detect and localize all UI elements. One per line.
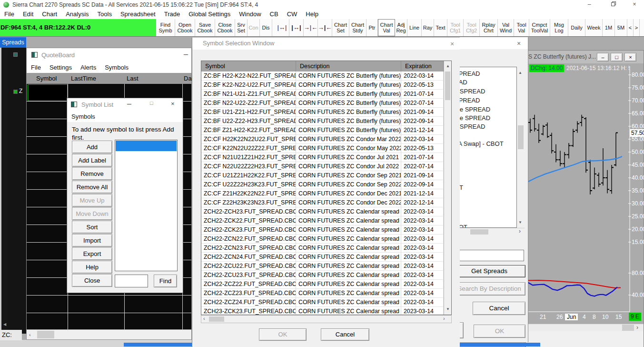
open-chartbook-button[interactable]: OpenCbook	[175, 19, 195, 36]
table-row[interactable]: ZCH22-ZCK22.FUT_SPREAD.CBOTCORN FUTURES …	[201, 216, 444, 225]
table-cell[interactable]: CORN FUTURES ZC Condor Mar 2022	[296, 135, 401, 144]
scroll-left-icon[interactable]: ‹	[203, 316, 205, 321]
table-cell[interactable]: ZCH22-ZCN22.FUT_SPREAD.CBOT	[201, 235, 296, 244]
chart-scroll-right-icon[interactable]: ›	[636, 324, 638, 331]
table-cell[interactable]: 2022-03-14	[401, 262, 444, 271]
remove-all-button[interactable]: Remove All	[72, 181, 112, 194]
table-cell[interactable]: CORN FUTURES ZC Butterfly (futures)	[296, 90, 401, 99]
table-cell[interactable]: 2022-07-14	[401, 162, 444, 171]
table-cell[interactable]: ZC:BF N22-U22-Z22.FUT_SPREAD.CBO	[201, 99, 296, 108]
menu-symbols[interactable]: Symbols	[67, 113, 99, 120]
menu-spreadsheet[interactable]: Spreadsheet	[116, 10, 160, 19]
symbol-list-maximize-icon[interactable]: □	[150, 100, 153, 106]
add-label-button[interactable]: Add Label	[72, 154, 112, 167]
ray-tool-button[interactable]: Ray	[422, 19, 434, 36]
table-cell[interactable]: CORN FUTURES ZC Butterfly (futures)	[296, 99, 401, 108]
table-cell[interactable]: ZC:CF H22K22N22U22.FUT_SPREAD.C	[201, 135, 296, 144]
table-row[interactable]: ZC:BF Z21-H22-K22.FUT_SPREAD.CBOCORN FUT…	[201, 126, 444, 135]
table-cell[interactable]: ZC:CF Z22H23K23N23.FUT_SPREAD.C	[201, 198, 296, 207]
scroll-up-icon[interactable]: ▲	[446, 64, 450, 68]
minimize-button[interactable]: –	[580, 0, 599, 10]
table-cell[interactable]: CORN FUTURES ZC Condor Sep 2021	[296, 171, 401, 180]
bar-spacing-decrease-icon[interactable]: |↔|	[289, 19, 304, 36]
table-cell[interactable]: 2022-09-14	[401, 180, 444, 189]
scroll-right-icon[interactable]: ›	[519, 228, 521, 235]
table-cell[interactable]: ZC:BF N21-U21-Z21.FUT_SPREAD.CBO	[201, 90, 296, 99]
table-cell[interactable]: 2022-05-13	[401, 144, 444, 153]
tool-values-button[interactable]: ToolVal	[514, 19, 529, 36]
table-row[interactable]: ZCH22-ZCU22.FUT_SPREAD.CBOTCORN FUTURES …	[201, 262, 444, 271]
table-cell[interactable]: CORN FUTURES ZC Calendar spread N	[296, 262, 401, 271]
table-cell[interactable]: 2022-03-14	[401, 244, 444, 253]
line-tool-button[interactable]: Line	[407, 19, 422, 36]
table-cell[interactable]: CORN FUTURES ZC Condor May 2022	[296, 144, 401, 153]
replay-chart-button[interactable]: RplayChrt	[480, 19, 498, 36]
table-cell[interactable]: 2022-03-14	[401, 253, 444, 262]
next-chart-button[interactable]: >	[634, 19, 640, 36]
table-cell[interactable]: ZC:CF K22N22U22Z22.FUT_SPREAD.CI	[201, 144, 296, 153]
chart-study-button[interactable]: ChartStdy	[349, 19, 367, 36]
quoteboard-menu-symbols[interactable]: Symbols	[100, 62, 133, 73]
symbol-list-minimize-icon[interactable]: –	[127, 100, 131, 108]
listbox-selected-row[interactable]	[116, 141, 177, 151]
table-row[interactable]: ZCH22-ZCN22.FUT_SPREAD.CBOTCORN FUTURES …	[201, 235, 444, 244]
table-cell[interactable]: ZC:BF K22-N22-U22.FUT_SPREAD.CBO	[201, 81, 296, 90]
table-cell[interactable]: 2021-09-14	[401, 171, 444, 180]
column-header-expiration[interactable]: Expiration	[401, 61, 444, 71]
table-cell[interactable]: ZCH22-ZCZ22.FUT_SPREAD.CBOT	[201, 280, 296, 289]
table-cell[interactable]: 2022-07-14	[401, 99, 444, 108]
table-cell[interactable]: 2021-12-14	[401, 126, 444, 135]
table-row[interactable]: ZC:CF U22Z22H23K23.FUT_SPREAD.CICORN FUT…	[201, 180, 444, 189]
quoteboard-menu-alerts[interactable]: Alerts	[76, 62, 100, 73]
table-cell[interactable]: ZC:CF Z21H22K22N22.FUT_SPREAD.C	[201, 189, 296, 198]
table-cell[interactable]: 2022-03-14	[401, 216, 444, 225]
table-row[interactable]: ZC:BF K22-N22-U22.FUT_SPREAD.CBOCORN FUT…	[201, 81, 444, 90]
table-row[interactable]: ZC:CF U21Z21H22K22.FUT_SPREAD.CICORN FUT…	[201, 171, 444, 180]
menu-chart[interactable]: Chart	[38, 10, 61, 19]
quoteboard-menu-settings[interactable]: Settings	[45, 62, 76, 73]
table-cell[interactable]: 2022-12-14	[401, 198, 444, 207]
table-cell[interactable]: 2022-03-14	[401, 71, 444, 81]
pointer-button[interactable]: Ptr	[367, 19, 378, 36]
spread-symbol-input[interactable]	[453, 250, 524, 261]
menu-cw[interactable]: CW	[283, 10, 302, 19]
scroll-down-icon[interactable]: ▼	[518, 220, 522, 225]
table-cell[interactable]: CORN FUTURES ZC Butterfly (futures)	[296, 71, 401, 81]
table-cell[interactable]: 2022-03-14	[401, 235, 444, 244]
symbol-table-hscrollbar[interactable]: ‹ ›	[201, 315, 452, 323]
table-cell[interactable]: CORN FUTURES ZC Calendar spread N	[296, 307, 401, 315]
spread-hscroll-thumb[interactable]	[470, 229, 488, 235]
adjust-region-button[interactable]: AdjReg	[395, 19, 407, 36]
selected-cell[interactable]	[28, 84, 68, 101]
table-cell[interactable]: ZCH22-ZCU22.FUT_SPREAD.CBOT	[201, 262, 296, 271]
chart-hscrollbar[interactable]: ›	[526, 324, 644, 331]
table-cell[interactable]: CORN FUTURES ZC Condor Jul 2022	[296, 162, 401, 171]
table-cell[interactable]: ZCH22-ZCK23.FUT_SPREAD.CBOT	[201, 225, 296, 235]
table-cell[interactable]: CORN FUTURES ZC Condor Dec 2022	[296, 198, 401, 207]
column-header-symbol[interactable]: Symbol	[201, 61, 296, 71]
table-cell[interactable]: CORN FUTURES ZC Condor Dec 2021	[296, 189, 401, 198]
table-row[interactable]: ZCH22-ZCN24.FUT_SPREAD.CBOTCORN FUTURES …	[201, 253, 444, 262]
text-tool-button[interactable]: Text	[434, 19, 447, 36]
scroll-right-icon[interactable]: ›	[443, 316, 445, 321]
values-window-button[interactable]: ValWind	[498, 19, 514, 36]
table-cell[interactable]: CORN FUTURES ZC Calendar spread N	[296, 244, 401, 253]
table-cell[interactable]: CORN FUTURES ZC Calendar spread N	[296, 235, 401, 244]
export-button[interactable]: Export	[72, 247, 112, 260]
table-cell[interactable]: ZCH22-ZCU23.FUT_SPREAD.CBOT	[201, 271, 296, 280]
prev-chart-button[interactable]: <	[627, 19, 634, 36]
week-timeframe-button[interactable]: Week	[585, 19, 603, 36]
table-row[interactable]: ZC:BF N22-U22-Z22.FUT_SPREAD.CBOCORN FUT…	[201, 99, 444, 108]
scroll-left-icon[interactable]: ‹	[29, 332, 31, 337]
table-row[interactable]: ZCH22-ZCZ22.FUT_SPREAD.CBOTCORN FUTURES …	[201, 280, 444, 289]
quoteboard-hscrollbar[interactable]: ‹	[27, 329, 191, 339]
column-header-last[interactable]: Last	[127, 73, 139, 84]
1m-timeframe-button[interactable]: 1M	[603, 19, 615, 36]
table-cell[interactable]: 2022-05-13	[401, 81, 444, 90]
table-cell[interactable]: ZCH22-ZCZ24.FUT_SPREAD.CBOT	[201, 298, 296, 307]
symbol-list-titlebar[interactable]: Symbol List – □ ×	[67, 98, 183, 112]
table-cell[interactable]: CORN FUTURES ZC Condor Sep 2022	[296, 180, 401, 189]
close-button[interactable]: ×	[625, 0, 644, 10]
table-cell[interactable]: CORN FUTURES ZC Calendar spread N	[296, 253, 401, 262]
quoteboard-menu-file[interactable]: File	[27, 62, 45, 73]
